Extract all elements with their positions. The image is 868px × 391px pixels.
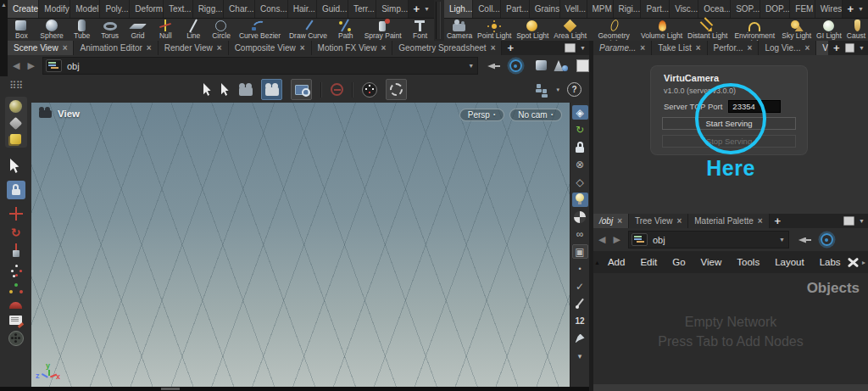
menu-item[interactable]: Tools — [729, 257, 767, 267]
flat-shaded-icon[interactable] — [9, 117, 23, 131]
shelf-tool[interactable]: Caust — [844, 20, 868, 40]
close-tab-icon[interactable]: × — [696, 43, 701, 53]
high-quality-lighting-icon[interactable] — [572, 209, 588, 224]
hook-display-icon[interactable]: ✓ — [572, 279, 588, 293]
view-tool-icon[interactable] — [203, 83, 213, 96]
close-tab-icon[interactable]: × — [147, 43, 152, 53]
start-serving-button[interactable]: Start Serving — [662, 117, 796, 130]
nav-back-icon[interactable]: ◀ — [10, 60, 22, 71]
shelf-tool[interactable]: Camera — [444, 20, 475, 40]
help-icon[interactable]: ? — [567, 82, 581, 97]
wrench-tools-icon[interactable] — [846, 256, 859, 269]
shelf-tool[interactable]: Spray Paint — [359, 20, 406, 40]
shelf-tab[interactable]: Cons... — [255, 0, 288, 18]
close-tab-icon[interactable]: × — [381, 43, 386, 53]
pane-tab[interactable]: Animation Editor × — [74, 41, 158, 55]
shelf-divider-handle[interactable] — [436, 2, 441, 39]
secure-selection-toggle[interactable] — [7, 181, 25, 199]
shelf-menu-dropdown-icon[interactable]: ▼ — [858, 6, 864, 12]
annotate-tool-icon[interactable] — [9, 316, 22, 325]
shelf-tab[interactable]: Ocea... — [698, 0, 731, 18]
glasses-display-icon[interactable]: ∞ — [572, 227, 588, 242]
pane-menu-dropdown-icon[interactable]: ▼ — [859, 218, 865, 224]
shelf-tab[interactable]: Deform — [130, 0, 164, 18]
pane-tab[interactable]: VirtuC... × — [816, 41, 828, 55]
pane-menu-dropdown-icon[interactable]: ▼ — [580, 45, 586, 51]
shelf-tool[interactable]: Curve Bezier — [236, 20, 285, 40]
translate-tool-icon[interactable] — [9, 207, 23, 221]
pane-tab[interactable]: Motion FX View × — [312, 41, 393, 55]
link-group-icon[interactable] — [821, 233, 833, 246]
add-pane-tab-button[interactable]: + — [828, 42, 845, 54]
shelf-tab[interactable]: Rigg... — [193, 0, 224, 18]
pane-maximize-icon[interactable] — [565, 43, 576, 53]
close-tab-icon[interactable]: × — [491, 43, 496, 53]
shelf-tool[interactable]: Circle — [208, 20, 236, 40]
shelf-tool[interactable]: Distant Light — [685, 20, 730, 40]
close-tab-icon[interactable]: × — [217, 43, 222, 53]
shelf-tab[interactable]: Simp... — [376, 0, 409, 18]
pane-splitter-arrow-icon[interactable]: ▲ — [594, 260, 600, 265]
frame-view-button[interactable] — [291, 79, 312, 100]
shelf-tool[interactable]: Grid — [124, 20, 152, 40]
shelf-tab[interactable]: MPM — [587, 0, 614, 18]
network-editor[interactable]: Objects Empty Network Press Tab to Add N… — [593, 273, 868, 384]
view-mode-icon[interactable]: ◈ — [572, 105, 588, 120]
close-tab-icon[interactable]: × — [640, 43, 645, 53]
network-path-field[interactable]: obj ▼ — [628, 231, 789, 249]
pane-maximize-icon[interactable] — [843, 216, 854, 226]
pane-tab[interactable]: Render View × — [159, 41, 229, 55]
shelf-tool[interactable]: Line — [180, 20, 208, 40]
shelf-tab[interactable]: Vell... — [560, 0, 587, 18]
point-display-icon[interactable]: • — [572, 262, 588, 276]
network-bottom-bar[interactable] — [593, 384, 868, 391]
shelf-tab[interactable]: Char... — [224, 0, 255, 18]
toolbox-drag-handle[interactable]: ⠿⠿ — [9, 80, 23, 92]
layout-presets-icon[interactable] — [536, 84, 548, 96]
shelf-tool[interactable]: Null — [152, 20, 180, 40]
paint-brush-icon[interactable] — [572, 332, 588, 346]
shelf-tab[interactable]: Poly... — [100, 0, 130, 18]
shelf-tab[interactable]: Text... — [164, 0, 193, 18]
isolate-objects-icon[interactable]: ▣ — [572, 244, 588, 259]
view-camera-tool-selected[interactable] — [261, 79, 282, 100]
pose-tool-icon[interactable] — [9, 283, 23, 295]
scene-viewport[interactable]: View Persp · No cam · y z x — [31, 103, 570, 387]
shelf-tool[interactable]: Draw Curve — [285, 20, 332, 40]
shelf-tool[interactable]: Tube — [68, 20, 96, 40]
shelf-tab[interactable]: Model — [70, 0, 100, 18]
shelf-tab[interactable]: Hair... — [288, 0, 317, 18]
shelf-tool[interactable]: Sky Light — [779, 20, 814, 40]
shelf-tab[interactable]: Visc... — [670, 0, 698, 18]
view-dome-icon[interactable] — [9, 302, 22, 309]
shelf-tool[interactable]: Font — [406, 20, 434, 40]
shelf-tab[interactable]: DOP... — [760, 0, 790, 18]
shelf-tab[interactable]: Guid... — [317, 0, 348, 18]
point-numbers-toggle[interactable]: 12 — [572, 314, 588, 328]
add-shelf-tab-button[interactable]: + — [413, 3, 420, 14]
menu-item[interactable]: View — [693, 257, 730, 267]
flipbook-render-icon[interactable] — [362, 82, 377, 98]
shaded-mode-icon[interactable] — [9, 100, 22, 113]
pane-tab[interactable]: Take List × — [652, 41, 707, 55]
collapse-arrow-icon[interactable]: ▲ — [0, 2, 8, 8]
pane-tab[interactable]: Log Vie... × — [759, 41, 816, 55]
snapping-mode-icon[interactable]: ↻ — [572, 123, 588, 137]
display-geometry-icon[interactable] — [532, 59, 546, 72]
path-dropdown-icon[interactable]: ▼ — [468, 63, 474, 69]
shelf-tab[interactable]: Wires — [815, 0, 843, 18]
layout-dropdown-icon[interactable]: ▾ — [556, 87, 559, 92]
strip-more-dropdown-icon[interactable]: ▾ — [572, 349, 588, 363]
pane-tab[interactable]: Geometry Spreadsheet × — [392, 41, 502, 55]
add-pane-tab-button[interactable]: + — [770, 215, 787, 227]
network-path-field[interactable]: obj ▼ — [42, 57, 478, 75]
pane-tab[interactable]: Material Palette × — [688, 214, 769, 228]
shelf-tab[interactable]: Part... — [641, 0, 670, 18]
snapshot-frame-icon[interactable] — [576, 59, 589, 72]
close-tab-icon[interactable]: × — [617, 216, 622, 226]
shelf-tool[interactable]: Point Light — [475, 20, 514, 40]
shelf-tab[interactable]: Grains — [530, 0, 560, 18]
select-tool-icon[interactable] — [10, 159, 21, 173]
close-tab-icon[interactable]: × — [63, 43, 68, 53]
handles-tool-icon[interactable] — [221, 83, 231, 96]
